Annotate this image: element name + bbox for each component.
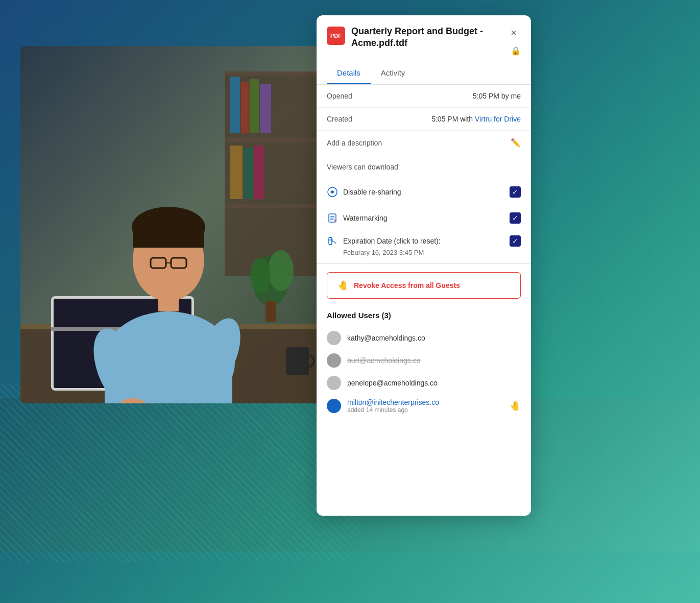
watermarking-checkbox[interactable]: ✓ [510,212,521,224]
svg-rect-6 [230,77,240,133]
opened-label: Opened [327,92,352,100]
list-item: burt@acmeholdings.co [327,349,521,372]
close-button[interactable]: × [506,26,521,40]
tab-details[interactable]: Details [327,62,371,84]
edit-icon[interactable]: ✏️ [511,138,521,148]
created-prefix: 5:05 PM with [431,115,475,123]
svg-rect-7 [241,82,249,133]
panel-header-right: × 🔒 [506,26,521,56]
watermarking-label: Watermarking [343,214,388,222]
allowed-users-title: Allowed Users (3) [327,311,521,320]
svg-rect-11 [244,148,253,199]
user-info: burt@acmeholdings.co [347,356,521,365]
pdf-icon: PDF [327,27,345,45]
expiration-left: Expiration Date (click to reset): [327,235,441,247]
created-label: Created [327,115,352,123]
svg-rect-9 [260,84,271,133]
svg-rect-16 [265,301,276,322]
expiration-header: Expiration Date (click to reset): ✓ [327,235,521,247]
photo-area [20,46,347,403]
avatar [327,353,341,368]
svg-rect-10 [230,146,243,199]
avatar [327,331,341,345]
tab-activity[interactable]: Activity [371,62,416,84]
viewers-row: Viewers can download [317,155,531,179]
revoke-button-label: Revoke Access from all Guests [354,281,460,290]
expiration-checkbox[interactable]: ✓ [510,235,521,247]
list-item: kathy@acmeholdings.co [327,327,521,349]
user-info: penelope@acmeholdings.co [347,379,521,387]
user-email-strikethrough: burt@acmeholdings.co [347,356,521,365]
lock-icon: 🔒 [511,46,521,56]
virtru-link[interactable]: Virtru for Drive [475,115,521,123]
expiration-date: Feburary 16, 2023 3:45 PM [343,249,521,256]
expiration-row: Expiration Date (click to reset): ✓ Febu… [317,231,531,264]
avatar [327,376,341,390]
viewers-label: Viewers can download [327,163,398,171]
svg-point-37 [331,191,333,193]
list-item: milton@initechenterprises.co added 14 mi… [327,394,521,418]
watermarking-icon [327,212,338,224]
watermarking-left: Watermarking [327,212,388,224]
diagonal-lines [0,383,357,562]
user-added-time: added 14 minutes ago [347,406,503,414]
user-info: milton@initechenterprises.co added 14 mi… [347,398,503,414]
panel-content: Opened 5:05 PM by me Created 5:05 PM wit… [317,85,531,426]
user-email: penelope@acmeholdings.co [347,379,521,387]
expiration-label[interactable]: Expiration Date (click to reset): [343,237,441,245]
user-revoke-icon[interactable]: 🤚 [510,400,521,412]
disable-resharing-row: Disable re-sharing ✓ [317,179,531,205]
list-item: penelope@acmeholdings.co [327,372,521,394]
svg-rect-42 [329,237,332,245]
svg-point-15 [250,258,271,294]
opened-value: 5:05 PM by me [473,92,521,100]
panel-header-left: PDF Quarterly Report and Budget - Acme.p… [327,26,506,50]
created-row: Created 5:05 PM with Virtru for Drive [317,108,531,131]
expiration-icon [327,235,338,247]
hand-icon: 🤚 [337,280,349,291]
svg-rect-28 [133,227,204,248]
description-label: Add a description [327,139,382,147]
panel-title: Quarterly Report and Budget - Acme.pdf.t… [351,26,506,50]
created-value: 5:05 PM with Virtru for Drive [431,115,521,123]
user-email-blue: milton@initechenterprises.co [347,398,503,406]
avatar [327,399,341,413]
svg-point-14 [268,250,294,291]
user-info: kathy@acmeholdings.co [347,334,521,342]
svg-rect-35 [286,347,309,375]
allowed-users-section: Allowed Users (3) kathy@acmeholdings.co … [317,307,531,426]
svg-rect-8 [250,79,259,133]
user-email: kathy@acmeholdings.co [347,334,521,342]
watermarking-row: Watermarking ✓ [317,205,531,231]
description-row: Add a description ✏️ [317,131,531,155]
disable-resharing-checkbox[interactable]: ✓ [510,186,521,198]
disable-resharing-label: Disable re-sharing [343,188,401,196]
file-details-panel: PDF Quarterly Report and Budget - Acme.p… [317,15,531,516]
revoke-access-button[interactable]: 🤚 Revoke Access from all Guests [327,272,521,299]
resharing-icon [327,186,338,198]
opened-row: Opened 5:05 PM by me [317,85,531,108]
photo-person [20,46,347,403]
panel-header: PDF Quarterly Report and Budget - Acme.p… [317,15,531,62]
tab-bar: Details Activity [317,62,531,85]
disable-resharing-left: Disable re-sharing [327,186,401,198]
svg-rect-12 [254,146,264,199]
